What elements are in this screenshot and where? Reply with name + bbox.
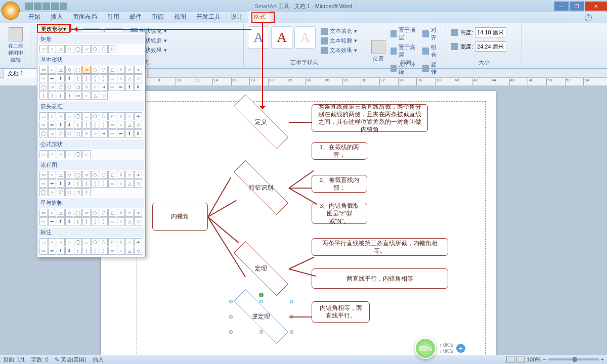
shape-option[interactable]: △ [125,247,134,255]
shape-option[interactable]: ◇ [100,92,108,100]
shape-option[interactable]: ◊ [117,238,125,246]
shape-option[interactable]: △ [57,171,65,179]
selection-handle[interactable] [229,330,233,334]
edit-2d-button[interactable]: 在二维视图中 编辑 [3,25,28,66]
shape-option[interactable]: ⬆ [57,179,65,188]
shape-option[interactable]: ⬇ [134,129,142,138]
shape-option[interactable]: ▱ [48,188,56,196]
shape-option[interactable]: ⬆ [57,74,65,82]
shape-option[interactable]: ⇨ [39,179,48,188]
network-speed-widget[interactable]: 85% ↑ 0K/s ↓ 0K/s + [415,338,465,359]
shape-option[interactable]: ⇨ [39,121,48,129]
view-web-icon[interactable] [516,356,525,363]
shape-option[interactable]: ▭ [108,74,116,82]
shape-option[interactable]: ⬅ [48,247,56,255]
shape-option[interactable]: ◯ [74,209,82,217]
office-button[interactable] [2,2,20,20]
send-back-button[interactable]: 置于底层 [388,42,420,60]
shape-option[interactable]: ◻ [108,66,116,74]
shape-option[interactable]: ◻ [108,209,116,217]
shape-option[interactable]: ▭ [39,150,48,158]
shape-option[interactable]: ▭ [108,217,116,225]
shape-option[interactable]: ◻ [74,83,82,91]
selection-handle[interactable] [259,330,263,334]
shape-option[interactable]: ◇ [65,209,73,217]
shape-option[interactable]: ⬠ [57,83,65,91]
shape-option[interactable]: ◯ [39,83,48,91]
shape-option[interactable]: ▭ [39,171,48,179]
shape-option[interactable]: ⬅ [48,217,56,225]
selection-handle[interactable] [259,300,263,303]
tab-format[interactable]: 格式 [248,11,271,23]
zoom-in-button[interactable]: + [601,356,604,362]
shape-gallery-dropdown[interactable]: 矩形 ▭○△◇◯▱⬠⬡◻ 基本形状 ▭○△◇◯▱⬠⬡◻◊☆➜⇨⬅⬆⬇{}()▭○… [37,32,146,257]
shape-option[interactable]: ⬇ [65,121,73,129]
shape-option[interactable]: ▱ [48,129,56,138]
shape-option[interactable]: ➜ [100,83,108,91]
shape-option[interactable]: ⬅ [117,129,125,138]
shape-option[interactable]: ➜ [134,112,142,120]
shape-option[interactable]: ◯ [74,150,82,158]
shape-option[interactable]: ☆ [91,129,99,138]
shape-option[interactable]: ⇨ [39,217,48,225]
shape-option[interactable]: ➜ [100,129,108,138]
shape-option[interactable]: ◻ [74,188,82,196]
tab-layout[interactable]: 页面布局 [68,11,102,23]
shape-option[interactable]: ○ [48,150,56,158]
rotate-handle[interactable] [259,293,264,297]
zoom-out-button[interactable]: − [543,356,546,362]
shape-option[interactable]: ▭ [108,121,116,129]
shape-option[interactable]: ▭ [74,92,82,100]
shape-option[interactable]: ➜ [134,209,142,217]
shape-option[interactable]: ▭ [39,209,48,217]
shape-option[interactable]: { [74,217,82,225]
close-button[interactable]: ✕ [585,2,607,11]
shape-option[interactable]: ◻ [108,112,116,120]
shape-option[interactable]: ○ [82,92,91,100]
shape-option[interactable]: ▱ [82,171,91,179]
shape-option[interactable]: ⬠ [57,188,65,196]
status-lang[interactable]: ✎ 英语(美国) [55,356,86,363]
shape-option[interactable]: ◇ [134,217,142,225]
shape-option[interactable]: } [82,121,91,129]
shape-option[interactable]: ◇ [134,247,142,255]
shape-option[interactable]: △ [57,112,65,120]
node-inverse-theorem[interactable]: 逆定理 [231,301,291,332]
shape-option[interactable]: ◯ [74,171,82,179]
shape-option[interactable]: ⬡ [65,129,73,138]
shape-option[interactable]: ⬡ [100,112,108,120]
change-shape-button[interactable]: 更改形状 ▾ [37,25,70,33]
wordart-1[interactable]: A [248,26,269,49]
shape-option[interactable]: △ [57,209,65,217]
shape-option[interactable]: ⬆ [57,217,65,225]
shape-option[interactable]: ⬠ [57,129,65,138]
text-outline-button[interactable]: 文本轮廓 ▾ [319,36,359,46]
shape-option[interactable]: ◯ [74,112,82,120]
shape-option[interactable]: ) [100,179,108,188]
shape-option[interactable]: ▭ [39,238,48,246]
shape-option[interactable]: ▭ [39,45,48,53]
shape-option[interactable]: } [82,179,91,188]
shape-option[interactable]: ◊ [82,83,91,91]
shape-option[interactable]: ◇ [134,179,142,188]
shape-option[interactable]: ⬠ [91,112,99,120]
shape-option[interactable]: ⬆ [57,121,65,129]
shape-option[interactable]: △ [57,238,65,246]
shape-option[interactable]: ⬇ [65,179,73,188]
shape-option[interactable]: } [48,92,56,100]
shape-option[interactable]: ○ [48,66,56,74]
help-icon[interactable]: ? [585,14,592,21]
minimize-button[interactable]: — [554,2,569,11]
shape-option[interactable]: ▱ [82,112,91,120]
shape-option[interactable]: ☆ [91,83,99,91]
shape-option[interactable]: ( [91,179,99,188]
shape-option[interactable]: ▱ [82,238,91,246]
shape-option[interactable]: ⬆ [125,83,134,91]
tab-mail[interactable]: 邮件 [124,11,147,23]
shape-option[interactable]: ⬡ [65,188,73,196]
shape-option[interactable]: ) [100,74,108,82]
shape-option[interactable]: △ [125,121,134,129]
shape-option[interactable]: ☆ [125,209,134,217]
shape-option[interactable]: ▭ [39,112,48,120]
node-theorem-1[interactable]: 两条平行直线被第三条直线所截，内错角相等。 [312,238,448,256]
